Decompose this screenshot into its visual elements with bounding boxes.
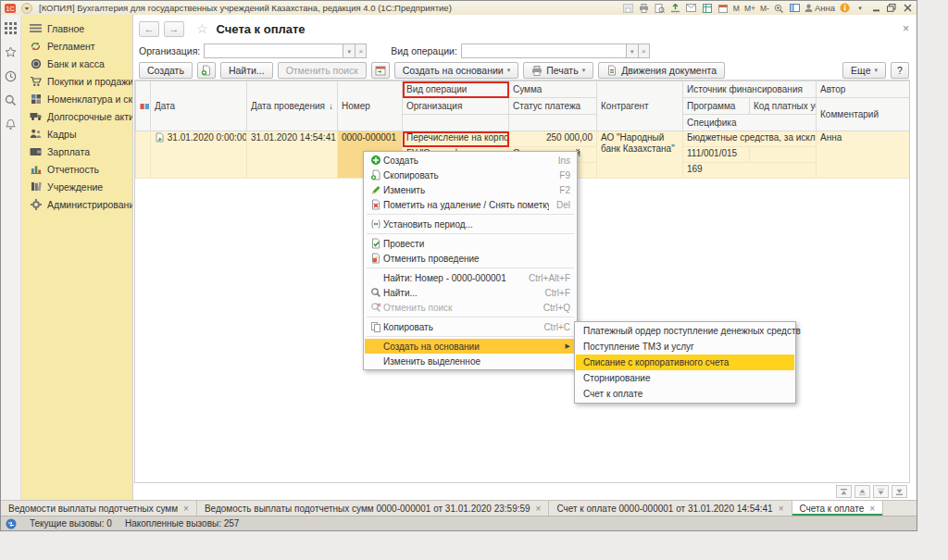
tab-close-icon[interactable]: × bbox=[869, 504, 875, 514]
submenu-item-goods-receipt[interactable]: Поступление ТМЗ и услуг bbox=[576, 339, 794, 355]
main-menu-button[interactable] bbox=[20, 2, 33, 14]
set-period-button[interactable] bbox=[371, 62, 390, 79]
favorites-star-icon[interactable] bbox=[4, 44, 19, 59]
column-header-amount[interactable]: Сумма bbox=[509, 81, 597, 98]
mail-button[interactable] bbox=[685, 2, 698, 14]
memory-subtract-button[interactable]: М- bbox=[759, 4, 770, 13]
more-button[interactable]: Еще▾ bbox=[842, 62, 886, 79]
column-header-posted[interactable]: Дата проведения↓ bbox=[247, 81, 338, 131]
submenu-item-invoice-payable[interactable]: Счет к оплате bbox=[576, 386, 794, 402]
organization-filter-input[interactable] bbox=[204, 44, 343, 58]
row-funding-source-cell[interactable]: Бюджетные средства, за исключением ср... bbox=[683, 131, 817, 147]
info-button[interactable] bbox=[838, 2, 851, 14]
panels-button[interactable] bbox=[789, 2, 802, 14]
column-header-counterparty[interactable]: Контрагент bbox=[597, 81, 683, 131]
current-user[interactable]: Анна bbox=[805, 3, 835, 13]
menu-item-find[interactable]: Найти... Ctrl+F bbox=[365, 285, 576, 300]
row-amount-cell[interactable]: 250 000,00 bbox=[509, 131, 597, 147]
tab-invoice-document[interactable]: Счет к оплате 0000-000001 от 31.01.2020 … bbox=[549, 501, 792, 516]
column-header-payment-status[interactable]: Статус платежа bbox=[509, 98, 597, 115]
save-button[interactable] bbox=[622, 2, 635, 14]
column-header-funding-source[interactable]: Источник финансирования bbox=[683, 81, 817, 98]
forward-button[interactable]: → bbox=[164, 21, 184, 37]
sidebar-item-bank-cash[interactable]: Банк и касса bbox=[21, 55, 132, 72]
sidebar-item-salary[interactable]: Зарплата bbox=[21, 143, 132, 160]
menu-item-find-number[interactable]: Найти: Номер - 0000-000001 Ctrl+Alt+F bbox=[365, 270, 576, 285]
row-date-cell[interactable]: 31.01.2020 0:00:00 bbox=[151, 131, 247, 179]
row-posted-cell[interactable]: 31.01.2020 14:54:41 bbox=[247, 131, 338, 179]
sidebar-item-nomenclature-warehouse[interactable]: Номенклатура и склад bbox=[21, 90, 132, 107]
row-author-cell[interactable]: Анна bbox=[817, 131, 910, 179]
tab-statements-list[interactable]: Ведомости выплаты подотчетных сумм× bbox=[1, 501, 197, 516]
sidebar-item-purchases-sales[interactable]: Покупки и продажи bbox=[21, 72, 132, 90]
organization-clear-button[interactable]: × bbox=[355, 44, 367, 58]
operation-filter-input[interactable] bbox=[461, 44, 626, 58]
history-clock-icon[interactable] bbox=[4, 68, 19, 83]
column-header-operation[interactable]: Вид операции bbox=[403, 81, 509, 98]
sidebar-item-administration[interactable]: Администрирование bbox=[21, 195, 132, 213]
sidebar-item-reglament[interactable]: Регламент bbox=[21, 37, 132, 55]
tab-close-icon[interactable]: × bbox=[183, 504, 189, 514]
memory-recall-button[interactable]: М bbox=[732, 4, 741, 13]
menu-item-unpost[interactable]: Отменить проведение bbox=[365, 251, 576, 266]
tab-close-icon[interactable]: × bbox=[779, 504, 784, 514]
submenu-item-corporate-account-writeoff[interactable]: Списание с корпоративного счета bbox=[576, 355, 794, 370]
cancel-search-button[interactable]: Отменить поиск bbox=[278, 62, 367, 79]
page-down-button[interactable] bbox=[873, 485, 889, 498]
help-button[interactable]: ? bbox=[891, 62, 909, 79]
column-header-date[interactable]: Дата bbox=[151, 81, 247, 131]
submenu-item-payment-order[interactable]: Платежный ордер поступление денежных сре… bbox=[576, 323, 794, 339]
column-header-author[interactable]: Автор bbox=[817, 81, 910, 98]
go-to-bottom-button[interactable] bbox=[892, 485, 907, 498]
calendar-button[interactable] bbox=[717, 2, 730, 14]
search-icon[interactable] bbox=[4, 93, 19, 107]
menu-item-copy-document[interactable]: Скопировать F9 bbox=[365, 168, 576, 182]
operation-clear-button[interactable]: × bbox=[638, 44, 650, 58]
menu-item-copy[interactable]: Копировать Ctrl+C bbox=[365, 319, 576, 334]
go-to-top-button[interactable] bbox=[836, 485, 852, 498]
zoom-button[interactable] bbox=[773, 2, 786, 14]
table-button[interactable] bbox=[701, 2, 714, 14]
menu-item-mark-deletion[interactable]: Пометить на удаление / Снять пометку Del bbox=[365, 197, 576, 212]
operation-dropdown-button[interactable]: ▾ bbox=[626, 44, 638, 58]
page-up-button[interactable] bbox=[854, 485, 870, 498]
selection-column-header[interactable] bbox=[136, 81, 151, 131]
table-row[interactable]: 31.01.2020 0:00:00 31.01.2020 14:54:41 0… bbox=[136, 131, 911, 147]
sidebar-item-reports[interactable]: Отчетность bbox=[21, 160, 132, 178]
sidebar-item-hr[interactable]: Кадры bbox=[21, 125, 132, 143]
memory-add-button[interactable]: М+ bbox=[743, 4, 756, 13]
notifications-bell-icon[interactable] bbox=[4, 117, 19, 131]
sidebar-item-institution[interactable]: Учреждение bbox=[21, 178, 132, 195]
minimize-button[interactable] bbox=[869, 2, 882, 14]
create-by-copy-button[interactable] bbox=[197, 62, 216, 79]
menu-item-create[interactable]: Создать Ins bbox=[365, 153, 576, 168]
favorite-star-icon[interactable]: ☆ bbox=[196, 21, 208, 36]
menu-item-cancel-search[interactable]: Отменить поиск Ctrl+Q bbox=[365, 300, 576, 315]
column-header-number[interactable]: Номер bbox=[338, 81, 403, 131]
column-header-program[interactable]: Программа bbox=[683, 98, 750, 115]
column-header-specifics[interactable]: Специфика bbox=[683, 115, 817, 131]
menu-item-post[interactable]: Провести bbox=[365, 236, 576, 251]
restore-button[interactable] bbox=[885, 2, 898, 14]
menu-item-edit-selected[interactable]: Изменить выделенное bbox=[365, 354, 576, 368]
organization-dropdown-button[interactable]: ▾ bbox=[343, 44, 355, 58]
sidebar-item-main[interactable]: Главное bbox=[21, 19, 132, 37]
menu-item-set-period[interactable]: Установить период... bbox=[365, 217, 576, 231]
create-button[interactable]: Создать bbox=[139, 62, 193, 79]
apps-grid-icon[interactable] bbox=[4, 20, 19, 35]
sidebar-item-long-term-assets[interactable]: Долгосрочные активы bbox=[21, 107, 132, 125]
column-header-organization[interactable]: Организация bbox=[403, 98, 509, 115]
submenu-item-reversal[interactable]: Сторнирование bbox=[576, 370, 794, 386]
column-header-paid-services-code[interactable]: Код платных услуг bbox=[750, 98, 817, 115]
row-selection-cell[interactable] bbox=[136, 131, 151, 179]
column-header-comment[interactable]: Комментарий bbox=[817, 98, 910, 131]
print-menu-button[interactable]: Печать▾ bbox=[523, 62, 593, 79]
document-movements-button[interactable]: Движения документа bbox=[598, 62, 725, 79]
back-button[interactable]: ← bbox=[139, 21, 159, 37]
tab-statement-document[interactable]: Ведомость выплаты подотчетных сумм 0000-… bbox=[197, 501, 550, 516]
row-operation-cell[interactable]: Перечисление на корпор... bbox=[403, 131, 509, 147]
create-based-on-button[interactable]: Создать на основании▾ bbox=[394, 62, 518, 79]
form-close-button[interactable]: × bbox=[899, 22, 913, 35]
row-program-cell[interactable]: 111/001/015 bbox=[683, 147, 750, 163]
chevron-down-icon[interactable]: ▾ bbox=[854, 2, 867, 14]
